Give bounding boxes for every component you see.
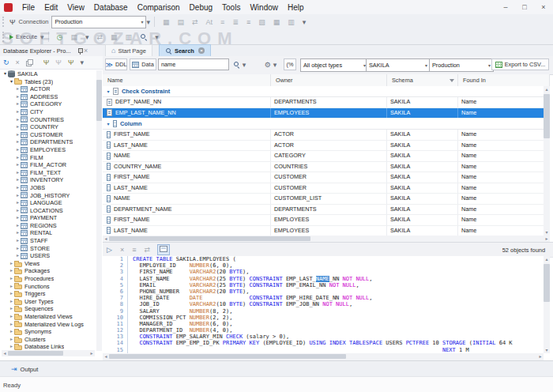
tree-expand-icon[interactable]: ▸ <box>15 199 21 207</box>
tree-expand-icon[interactable]: ▸ <box>15 161 21 169</box>
menu-window[interactable]: Window <box>245 3 283 12</box>
close-icon[interactable]: × <box>84 47 88 55</box>
tree-item-synonyms[interactable]: ▸Synonyms <box>0 328 96 336</box>
toolbar-grip[interactable] <box>2 32 6 42</box>
tree-item-clusters[interactable]: ▸Clusters <box>0 336 96 344</box>
tree-expand-icon[interactable]: ▾ <box>9 78 14 86</box>
dropdown-icon[interactable]: ▾ <box>155 33 159 41</box>
explorer-vertical-scrollbar[interactable] <box>96 70 102 351</box>
menu-edit[interactable]: Edit <box>40 3 62 12</box>
tree-expand-icon[interactable]: ▸ <box>15 169 21 177</box>
explorer-horizontal-scrollbar[interactable]: ◂ ▸ <box>2 350 95 356</box>
data-compare-icon[interactable]: ▤ <box>178 18 185 26</box>
tree-item-film-text[interactable]: ▸FILM_TEXT <box>0 169 96 177</box>
tree-expand-icon[interactable]: ▸ <box>9 290 14 298</box>
group-header-column[interactable]: ▾Column <box>103 119 550 130</box>
dropdown-icon[interactable]: ▾ <box>146 18 150 26</box>
scroll-up-icon[interactable]: ▴ <box>544 86 550 92</box>
schema-select[interactable]: SAKILA ▾ <box>366 58 431 72</box>
close-icon[interactable]: × <box>16 58 20 66</box>
scroll-right-icon[interactable]: ▸ <box>88 350 95 356</box>
tab-start-page[interactable]: ⌂Start Page <box>105 44 152 56</box>
scrollbar-thumb[interactable] <box>8 351 63 356</box>
tree-item-category[interactable]: ▸CATEGORY <box>0 100 96 108</box>
result-row[interactable]: FIRST_NAMEEMPLOYEESSAKILAName <box>103 215 550 226</box>
tree-item-sakila[interactable]: ▾SAKILA <box>0 70 96 78</box>
tree-item-city[interactable]: ▸CITY <box>0 108 96 116</box>
dropdown-icon[interactable]: ▾ <box>273 61 277 69</box>
plug-icon[interactable]: Ψ <box>9 18 16 26</box>
scroll-right-icon[interactable]: ▸ <box>537 353 544 360</box>
tree-item-materialized-views[interactable]: ▸Materialized Views <box>0 313 96 321</box>
result-row[interactable]: COUNTRY_NAMECOUNTRIESSAKILAName <box>103 162 550 173</box>
tree-item-jobs[interactable]: ▸JOBS <box>0 184 96 192</box>
scrollbar-thumb[interactable] <box>109 236 310 241</box>
format-icon[interactable]: ≡ <box>132 246 136 254</box>
tree-expand-icon[interactable]: ▸ <box>15 252 21 260</box>
tree-expand-icon[interactable]: ▸ <box>9 321 14 329</box>
tree-item-functions[interactable]: ▸Functions <box>0 283 96 291</box>
tree-expand-icon[interactable]: ▸ <box>15 116 21 124</box>
search-input[interactable] <box>158 58 229 70</box>
tree-expand-icon[interactable]: ▸ <box>15 207 21 215</box>
tab-close-icon[interactable]: × <box>198 47 205 54</box>
schema-compare-icon[interactable]: ▦ <box>163 18 170 26</box>
tree-expand-icon[interactable]: ▸ <box>9 336 14 344</box>
disconnect-icon[interactable]: Ψ <box>55 58 62 66</box>
object-types-select[interactable]: All object types ▾ <box>300 58 369 72</box>
connection-filter-icon[interactable]: Ψ <box>68 58 74 66</box>
gear-icon[interactable]: ⚙ <box>265 61 271 69</box>
code-horizontal-scrollbar[interactable]: ◂ ▸ <box>103 353 544 360</box>
pin-icon[interactable] <box>77 47 84 55</box>
swap-icon[interactable]: ⇄ <box>97 33 103 41</box>
refactor-icon[interactable]: ▧ <box>258 18 265 26</box>
scroll-left-icon[interactable]: ◂ <box>2 350 8 356</box>
code-vertical-scrollbar[interactable]: ▴ ▾ <box>544 256 550 353</box>
group-expand-icon[interactable]: ▾ <box>105 89 111 94</box>
tree-item-film-actor[interactable]: ▸FILM_ACTOR <box>0 161 96 169</box>
dropdown-icon[interactable]: ▾ <box>85 33 89 41</box>
tree-expand-icon[interactable]: ▸ <box>9 298 14 306</box>
tree-item-regions[interactable]: ▸REGIONS <box>0 222 96 230</box>
result-row[interactable]: NAMECATEGORYSAKILAName <box>103 151 550 162</box>
window-minimize-button[interactable]: – <box>496 0 515 14</box>
column-header-name[interactable]: Name <box>103 74 271 86</box>
dropdown-icon[interactable]: ▾ <box>40 33 44 41</box>
tree-item-locations[interactable]: ▸LOCATIONS <box>0 207 96 215</box>
window-close-button[interactable]: × <box>534 0 553 14</box>
ddl-icon[interactable]: ≫ <box>105 61 112 69</box>
data-toggle-button[interactable]: Data <box>130 58 156 70</box>
tree-item-tables-23-[interactable]: ▾Tables (23) <box>0 78 96 86</box>
ddl-toggle-button[interactable]: ≫ DDL <box>105 58 127 70</box>
execute-button[interactable]: Execute <box>16 33 37 40</box>
toolbar-grip[interactable] <box>2 17 6 27</box>
tree-expand-icon[interactable]: ▸ <box>15 222 21 230</box>
tree-expand-icon[interactable]: ▸ <box>15 237 21 245</box>
tree-expand-icon[interactable]: ▸ <box>15 184 21 192</box>
group-header-check-constraint[interactable]: ▾Check Constraint <box>103 86 550 97</box>
menu-file[interactable]: File <box>17 3 40 12</box>
output-icon[interactable]: ⇥ <box>11 365 17 373</box>
doc-icon[interactable]: ▤ <box>71 33 78 41</box>
tree-item-employees[interactable]: ▸EMPLOYEES <box>0 146 96 154</box>
sync-icon[interactable]: ⇄ <box>192 18 198 26</box>
funnel-icon[interactable]: ▪ <box>450 79 454 82</box>
tree-item-staff[interactable]: ▸STAFF <box>0 237 96 245</box>
copy-icon[interactable] <box>26 59 32 66</box>
connection-select[interactable]: Production ▾ <box>51 16 146 28</box>
tree-item-actor[interactable]: ▸ACTOR <box>0 85 96 93</box>
menu-database[interactable]: Database <box>89 3 133 12</box>
scrollbar-thumb[interactable] <box>544 94 550 138</box>
column-header-found-in[interactable]: Found In <box>458 74 550 86</box>
tree-item-views[interactable]: ▸Views <box>0 260 96 268</box>
tree-item-payment[interactable]: ▸PAYMENT <box>0 214 96 222</box>
tree-item-departments[interactable]: ▸DEPARTMENTS <box>0 138 96 146</box>
tree-expand-icon[interactable]: ▸ <box>9 260 14 268</box>
tree-expand-icon[interactable]: ▸ <box>15 214 21 222</box>
tree-item-triggers[interactable]: ▸Triggers <box>0 290 96 298</box>
grid-vertical-scrollbar[interactable]: ▴ ▾ <box>544 86 550 236</box>
tree-expand-icon[interactable]: ▸ <box>15 108 21 116</box>
menu-view[interactable]: View <box>62 3 89 12</box>
refresh-icon[interactable]: ↻ <box>3 58 9 66</box>
panel-icon[interactable]: ▥ <box>288 18 295 26</box>
